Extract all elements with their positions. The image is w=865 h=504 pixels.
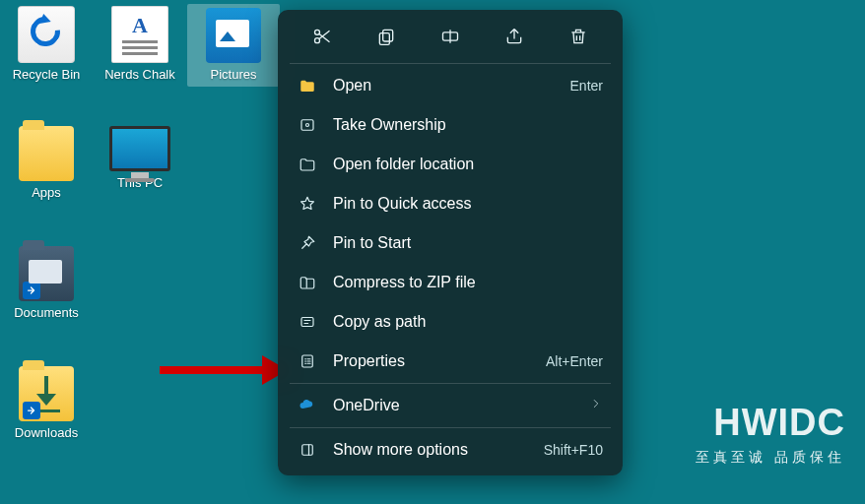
menu-item-label: Take Ownership [333,116,603,134]
svg-rect-3 [379,33,389,45]
desktop-icon-recycle-bin[interactable]: Recycle Bin [0,6,93,83]
menu-item-pin-quick-access[interactable]: Pin to Quick access [284,184,617,223]
cut-button[interactable] [307,22,337,51]
menu-item-pin-start[interactable]: Pin to Start [284,223,617,263]
menu-item-copy-as-path[interactable]: Copy as path [284,302,617,342]
rename-button[interactable] [435,22,465,51]
pictures-folder-icon [206,8,261,63]
ownership-icon [298,115,317,135]
menu-item-shortcut: Alt+Enter [546,353,603,369]
svg-rect-9 [302,445,313,456]
menu-item-compress-zip[interactable]: Compress to ZIP file [284,263,617,302]
icon-label: Apps [0,185,93,201]
folder-icon [19,126,74,181]
svg-point-0 [314,30,319,34]
watermark: HWIDC 至真至诚 品质保住 [696,404,845,467]
menu-item-open[interactable]: Open Enter [284,66,617,105]
svg-point-6 [306,124,309,127]
folder-location-icon [298,155,317,174]
document-icon [111,6,168,63]
icon-label: Pictures [187,67,280,83]
svg-point-1 [314,38,319,43]
icon-label: Documents [0,305,93,321]
share-icon [504,27,524,46]
svg-rect-7 [301,318,313,327]
menu-item-properties[interactable]: Properties Alt+Enter [284,342,617,381]
menu-item-label: Pin to Quick access [333,195,603,213]
menu-item-shortcut: Enter [570,78,603,94]
rename-icon [440,27,460,46]
desktop-icon-apps[interactable]: Apps [0,126,93,201]
watermark-subtitle: 至真至诚 品质保住 [696,449,845,467]
icon-label: Downloads [0,425,93,441]
menu-item-shortcut: Shift+F10 [544,442,603,458]
desktop-icon-documents[interactable]: Documents [0,246,93,321]
monitor-icon [109,126,170,171]
more-options-icon [298,440,317,460]
icon-label: Recycle Bin [0,67,93,83]
svg-rect-2 [382,30,392,41]
menu-item-label: Show more options [333,441,528,459]
menu-separator [290,427,611,428]
delete-button[interactable] [564,22,593,51]
pin-icon [298,233,317,253]
desktop: Recycle Bin Nerds Chalk Pictures Apps Th… [0,0,865,504]
chevron-right-icon [589,397,603,414]
menu-item-label: Open [333,77,555,94]
menu-item-label: Properties [333,352,530,370]
menu-item-onedrive[interactable]: OneDrive [284,386,617,425]
desktop-icon-downloads[interactable]: Downloads [0,366,93,441]
recycle-bin-icon [18,6,75,63]
menu-item-label: OneDrive [333,397,573,414]
downloads-folder-icon [19,366,74,421]
star-icon [298,194,317,214]
menu-item-label: Open folder location [333,156,603,173]
context-menu: Open Enter Take Ownership Open folder lo… [278,10,623,475]
svg-rect-5 [301,120,313,131]
menu-item-label: Copy as path [333,313,603,331]
menu-item-take-ownership[interactable]: Take Ownership [284,105,617,145]
annotation-arrow [160,360,288,380]
scissors-icon [312,27,332,46]
watermark-title: HWIDC [696,404,845,441]
copy-button[interactable] [371,22,401,51]
onedrive-icon [298,396,317,415]
documents-folder-icon [19,246,74,301]
icon-label: Nerds Chalk [94,67,186,83]
menu-separator [290,63,611,64]
desktop-icon-this-pc[interactable]: This PC [94,126,186,191]
menu-item-open-folder-location[interactable]: Open folder location [284,145,617,184]
desktop-icon-pictures[interactable]: Pictures [187,4,280,87]
share-button[interactable] [499,22,529,51]
copy-path-icon [298,312,317,332]
shortcut-badge-icon [23,402,40,419]
properties-icon [298,351,317,371]
trash-icon [568,27,588,46]
menu-item-label: Compress to ZIP file [333,274,603,291]
menu-item-show-more-options[interactable]: Show more options Shift+F10 [284,430,617,470]
shortcut-badge-icon [23,282,40,299]
menu-item-label: Pin to Start [333,234,603,252]
menu-separator [290,383,611,384]
context-menu-toolbar [284,16,617,61]
copy-icon [376,27,396,46]
zip-icon [298,273,317,292]
desktop-icon-nerds-chalk[interactable]: Nerds Chalk [94,6,186,83]
folder-open-icon [298,76,317,95]
